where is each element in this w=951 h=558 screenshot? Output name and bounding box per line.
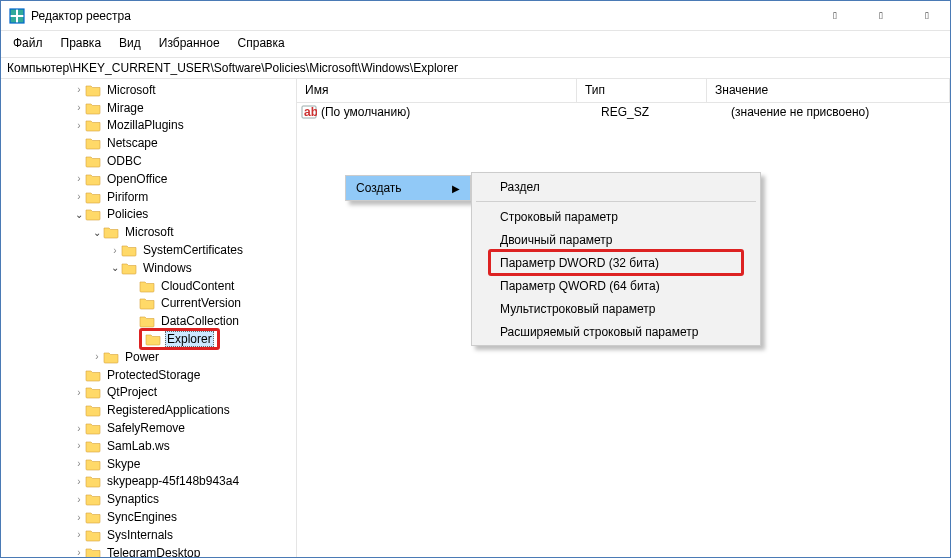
tree-item[interactable]: ProtectedStorage	[1, 366, 296, 384]
values-pane[interactable]: Имя Тип Значение ab (По умолчанию) REG_S…	[297, 79, 950, 557]
address-bar[interactable]: Компьютер\HKEY_CURRENT_USER\Software\Pol…	[1, 57, 950, 79]
tree-item[interactable]: ›Synaptics	[1, 490, 296, 508]
context-menu: Создать ▶	[345, 175, 471, 201]
tree-item[interactable]: ›skypeapp-45f148b943a4	[1, 473, 296, 491]
window-title: Редактор реестра	[31, 9, 812, 23]
tree-item[interactable]: ›MozillaPlugins	[1, 117, 296, 135]
chevron-right-icon[interactable]: ›	[73, 102, 85, 113]
tree-item-label: DataCollection	[159, 314, 241, 328]
tree-item-label: CloudContent	[159, 279, 236, 293]
separator	[476, 201, 756, 202]
minimize-button[interactable]: 	[812, 1, 858, 30]
value-type: REG_SZ	[593, 105, 723, 119]
tree-item[interactable]: CloudContent	[1, 277, 296, 295]
tree-item[interactable]: ⌄Policies	[1, 206, 296, 224]
tree-item-label: RegisteredApplications	[105, 403, 232, 417]
tree-item[interactable]: ⌄Windows	[1, 259, 296, 277]
tree-item[interactable]: ›TelegramDesktop	[1, 544, 296, 557]
submenu-item-string[interactable]: Строковый параметр	[474, 205, 758, 228]
chevron-right-icon[interactable]: ›	[73, 512, 85, 523]
tree-item[interactable]: ›QtProject	[1, 384, 296, 402]
chevron-down-icon[interactable]: ⌄	[91, 227, 103, 238]
submenu-item-expandstring[interactable]: Расширяемый строковый параметр	[474, 320, 758, 343]
tree-item[interactable]: ›Microsoft	[1, 81, 296, 99]
chevron-right-icon[interactable]: ›	[73, 458, 85, 469]
menu-help[interactable]: Справка	[230, 34, 293, 52]
tree-item-label: Piriform	[105, 190, 150, 204]
menu-item-create[interactable]: Создать ▶	[346, 176, 470, 200]
tree-item[interactable]: ›SamLab.ws	[1, 437, 296, 455]
chevron-right-icon[interactable]: ›	[73, 173, 85, 184]
value-row-default[interactable]: ab (По умолчанию) REG_SZ (значение не пр…	[297, 103, 950, 121]
tree-item[interactable]: ›OpenOffice	[1, 170, 296, 188]
app-icon	[9, 8, 25, 24]
tree-item[interactable]: ›SystemCertificates	[1, 241, 296, 259]
close-button[interactable]: 	[904, 1, 950, 30]
tree-item-label: Netscape	[105, 136, 160, 150]
svg-rect-1	[18, 9, 24, 15]
chevron-right-icon[interactable]: ›	[73, 423, 85, 434]
tree-item-label: Explorer	[165, 331, 214, 347]
chevron-right-icon[interactable]: ›	[73, 120, 85, 131]
tree-item-label: Microsoft	[123, 225, 176, 239]
tree-item[interactable]: CurrentVersion	[1, 295, 296, 313]
tree-pane[interactable]: ›Microsoft›Mirage›MozillaPluginsNetscape…	[1, 79, 297, 557]
submenu-item-dword[interactable]: Параметр DWORD (32 бита)	[474, 251, 758, 274]
svg-rect-0	[10, 9, 16, 15]
menu-file[interactable]: Файл	[5, 34, 51, 52]
submenu-item-multistring[interactable]: Мультистроковый параметр	[474, 297, 758, 320]
tree-item[interactable]: ⌄Microsoft	[1, 223, 296, 241]
col-header-name[interactable]: Имя	[297, 79, 577, 102]
menu-edit[interactable]: Правка	[53, 34, 110, 52]
col-header-value[interactable]: Значение	[707, 79, 950, 102]
tree-item[interactable]: ODBC	[1, 152, 296, 170]
tree-item-label: TelegramDesktop	[105, 546, 202, 557]
chevron-right-icon[interactable]: ›	[73, 494, 85, 505]
svg-text:ab: ab	[304, 105, 317, 119]
tree-item-label: SyncEngines	[105, 510, 179, 524]
submenu-item-binary[interactable]: Двоичный параметр	[474, 228, 758, 251]
chevron-down-icon[interactable]: ⌄	[109, 262, 121, 273]
chevron-right-icon[interactable]: ›	[73, 547, 85, 557]
string-value-icon: ab	[301, 104, 317, 120]
tree-item-label: ODBC	[105, 154, 144, 168]
highlight-box: Explorer	[139, 328, 220, 350]
submenu-item-key[interactable]: Раздел	[474, 175, 758, 198]
tree-item[interactable]: RegisteredApplications	[1, 401, 296, 419]
chevron-right-icon[interactable]: ›	[73, 529, 85, 540]
chevron-right-icon[interactable]: ›	[73, 476, 85, 487]
menu-favorites[interactable]: Избранное	[151, 34, 228, 52]
tree-item-label: Skype	[105, 457, 142, 471]
svg-rect-2	[10, 17, 16, 23]
menu-view[interactable]: Вид	[111, 34, 149, 52]
chevron-right-icon[interactable]: ›	[91, 351, 103, 362]
tree-item[interactable]: Explorer	[1, 330, 296, 348]
maximize-button[interactable]: 	[858, 1, 904, 30]
submenu-arrow-icon: ▶	[452, 183, 460, 194]
value-data: (значение не присвоено)	[723, 105, 950, 119]
tree-item-label: MozillaPlugins	[105, 118, 186, 132]
value-name: (По умолчанию)	[321, 105, 593, 119]
chevron-right-icon[interactable]: ›	[73, 440, 85, 451]
chevron-right-icon[interactable]: ›	[73, 387, 85, 398]
chevron-right-icon[interactable]: ›	[109, 245, 121, 256]
tree-item[interactable]: ›Mirage	[1, 99, 296, 117]
tree-item[interactable]: ›SyncEngines	[1, 508, 296, 526]
tree-item-label: SafelyRemove	[105, 421, 187, 435]
tree-item-label: SystemCertificates	[141, 243, 245, 257]
tree-item[interactable]: ›Skype	[1, 455, 296, 473]
tree-item[interactable]: ›SysInternals	[1, 526, 296, 544]
chevron-down-icon[interactable]: ⌄	[73, 209, 85, 220]
submenu-item-qword[interactable]: Параметр QWORD (64 бита)	[474, 274, 758, 297]
tree-item-label: QtProject	[105, 385, 159, 399]
tree-item[interactable]: ›SafelyRemove	[1, 419, 296, 437]
tree-item[interactable]: ›Power	[1, 348, 296, 366]
tree-item[interactable]: ›Piriform	[1, 188, 296, 206]
tree-item-label: Synaptics	[105, 492, 161, 506]
tree-item-label: SysInternals	[105, 528, 175, 542]
chevron-right-icon[interactable]: ›	[73, 191, 85, 202]
tree-item[interactable]: Netscape	[1, 134, 296, 152]
chevron-right-icon[interactable]: ›	[73, 84, 85, 95]
col-header-type[interactable]: Тип	[577, 79, 707, 102]
tree-item-label: Power	[123, 350, 161, 364]
